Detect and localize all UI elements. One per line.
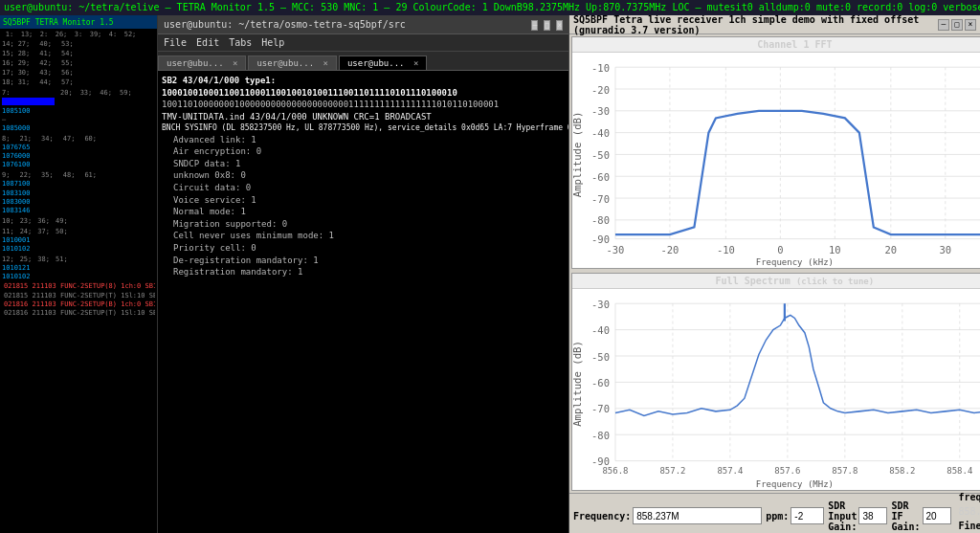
svg-text:857.6: 857.6 xyxy=(774,466,800,476)
freq-label: Frequency: xyxy=(573,511,631,522)
col-8: 52; xyxy=(122,31,138,39)
svg-text:858.2: 858.2 xyxy=(889,466,915,476)
tab-3[interactable]: user@ubu... × xyxy=(339,56,427,70)
col-6: 39; xyxy=(88,31,103,39)
svg-text:-60: -60 xyxy=(591,171,610,183)
chart-fft-title: Channel 1 FFT xyxy=(572,37,980,53)
menu-help[interactable]: Help xyxy=(261,37,284,48)
right-close-btn[interactable]: × xyxy=(965,19,976,31)
left-panel-header: SQ5BPF TETRA Monitor 1.5 xyxy=(0,15,157,29)
right-win-buttons[interactable]: — □ × xyxy=(938,19,976,31)
log-line-3: 021816 211103 FUNC-2SETUP(B) 1ch:0 SB1:1… xyxy=(4,300,153,309)
mid-minimize-btn[interactable]: — xyxy=(531,20,538,31)
svg-text:10: 10 xyxy=(829,244,841,255)
svg-text:-50: -50 xyxy=(591,149,610,161)
mid-menubar: File Edit Tabs Help xyxy=(158,34,568,52)
detail-unknown: unknown 0x8: 0 xyxy=(162,169,565,182)
sdr-if-input[interactable] xyxy=(923,507,951,524)
detail-migration: Migration supported: 0 xyxy=(162,218,565,231)
mid-panel: user@ubuntu: ~/tetra/osmo-tetra-sq5bpf/s… xyxy=(158,15,569,533)
sdr-gain-input[interactable] xyxy=(858,507,887,524)
right-maximize-btn[interactable]: □ xyxy=(951,19,963,31)
detail-advanced-link: Advanced link: 1 xyxy=(162,134,565,146)
svg-text:-30: -30 xyxy=(607,244,625,255)
tab-2-close[interactable]: × xyxy=(323,58,327,68)
log-line-1: 021815 211103 FUNC-2SETUP(8) 1ch:0 SB1:1… xyxy=(4,282,153,291)
menu-tabs[interactable]: Tabs xyxy=(229,37,252,48)
detail-voice: Voice service: 1 xyxy=(162,194,565,207)
sdr-if-label: SDR IF Gain: xyxy=(891,500,920,532)
tetra-entry-1010121: 1010121 xyxy=(2,264,155,273)
tetra-entry-1085000: 1085000 xyxy=(2,124,155,133)
fine-tune-label: Fine Tune: xyxy=(959,521,980,531)
svg-text:857.4: 857.4 xyxy=(717,466,744,476)
chart-fft-body[interactable]: -10 -20 -30 -40 -50 -60 -70 -80 -90 Ampl… xyxy=(572,53,980,256)
freq-field: Frequency: xyxy=(573,507,762,524)
sdr-if-field: SDR IF Gain: xyxy=(891,500,950,532)
left-panel: SQ5BPF TETRA Monitor 1.5 1: 13; 2: 26; 3… xyxy=(0,15,158,533)
charts-col: Channel 1 FFT ▼ xyxy=(569,34,980,533)
svg-text:-30: -30 xyxy=(591,105,610,117)
log-area: 021815 211103 FUNC-2SETUP(8) 1ch:0 SB1:1… xyxy=(2,281,155,358)
chart-spectrum-xlabel: Frequency (MHz) xyxy=(572,478,980,490)
svg-text:-80: -80 xyxy=(591,430,610,441)
svg-text:-60: -60 xyxy=(591,377,610,389)
col-2: 13; xyxy=(19,31,34,39)
detail-min-mode: Cell never uses minimum mode: 1 xyxy=(162,230,565,242)
mid-content: SB2 43/04/1/000 type1: 10001001000110011… xyxy=(158,71,568,533)
chart-spectrum[interactable]: Full Spectrum (click to tune) ▼ xyxy=(571,273,980,491)
right-panel: SQ5BPF Tetra live receiver 1ch simple de… xyxy=(569,15,980,533)
detail-registration: Registration mandatory: 1 xyxy=(162,266,565,278)
mid-titlebar: user@ubuntu: ~/tetra/osmo-tetra-sq5bpf/s… xyxy=(158,15,568,34)
col-7: 4: xyxy=(105,31,121,39)
charts-area: Channel 1 FFT ▼ xyxy=(569,34,980,533)
svg-text:-80: -80 xyxy=(591,214,610,226)
tetra-entry-1076765: 1076765 xyxy=(2,144,155,152)
svg-text:-70: -70 xyxy=(591,193,610,205)
chart-spectrum-body[interactable]: -30 -40 -50 -60 -70 -80 -90 Amplitude (d… xyxy=(572,289,980,478)
tab-3-close[interactable]: × xyxy=(413,58,418,68)
menu-edit[interactable]: Edit xyxy=(196,37,219,48)
left-header-text: SQ5BPF TETRA Monitor 1.5 xyxy=(3,18,114,27)
freq-input[interactable] xyxy=(633,507,762,524)
tab-1[interactable]: user@ubu... × xyxy=(158,56,246,70)
tab-2[interactable]: user@ubu... × xyxy=(248,56,336,70)
top-bar-text: user@ubuntu: ~/tetra/telive — TETRA Moni… xyxy=(4,2,980,12)
sbz-line: SB2 43/04/1/000 type1: 10001001000110011… xyxy=(162,75,565,99)
right-title-text: SQ5BPF Tetra live receiver 1ch simple de… xyxy=(573,15,938,35)
svg-text:-40: -40 xyxy=(591,127,610,139)
ppm-input[interactable] xyxy=(791,507,824,524)
sdr-gain-field: SDR Input Gain: xyxy=(828,500,887,532)
mid-win-buttons[interactable]: — □ × xyxy=(531,19,563,31)
detail-deregistration: De-registration mandatory: 1 xyxy=(162,255,565,267)
menu-file[interactable]: File xyxy=(164,37,187,48)
sbz-cont: 1001101000000010000000000000000000001111… xyxy=(162,99,565,111)
svg-text:856.8: 856.8 xyxy=(602,466,628,476)
col-5: 3: xyxy=(71,31,86,39)
right-minimize-btn[interactable]: — xyxy=(938,19,949,31)
mid-tabs: user@ubu... × user@ubu... × user@ubu... … xyxy=(158,52,568,71)
detail-circuit: Circuit data: 0 xyxy=(162,182,565,194)
col-3: 2: xyxy=(36,31,52,39)
svg-text:20: 20 xyxy=(885,244,898,255)
receive-freq-value: 858.237M xyxy=(959,506,980,517)
bnch-line: BNCH SYSINFO (DL 858237500 Hz, UL 878773… xyxy=(162,122,565,133)
sdr-gain-label: SDR Input Gain: xyxy=(828,500,857,532)
chart-fft-xlabel: Frequency (kHz) xyxy=(572,256,980,268)
col-4: 26; xyxy=(54,31,69,39)
tetra-entry-1085100-a: 1085100 xyxy=(2,107,155,116)
chart-spectrum-title: Full Spectrum (click to tune) xyxy=(572,274,980,289)
detail-priority: Priority cell: 0 xyxy=(162,242,565,255)
tmv-line: TMV-UNITDATA.ind 43/04/1/000 UNKNOWN CRC… xyxy=(162,111,565,123)
svg-text:-40: -40 xyxy=(591,324,610,336)
tab-1-close[interactable]: × xyxy=(233,58,237,68)
svg-text:30: 30 xyxy=(939,244,951,255)
svg-text:857.8: 857.8 xyxy=(832,466,858,476)
svg-text:-50: -50 xyxy=(591,350,610,362)
top-bar: user@ubuntu: ~/tetra/telive — TETRA Moni… xyxy=(0,0,980,15)
mid-maximize-btn[interactable]: □ xyxy=(544,20,550,31)
mid-close-btn[interactable]: × xyxy=(556,20,563,31)
bottom-bar: Frequency: ppm: SDR Input Gain: SDR IF G… xyxy=(569,493,980,533)
svg-text:0: 0 xyxy=(777,244,783,255)
col-1: 1: xyxy=(2,31,17,39)
